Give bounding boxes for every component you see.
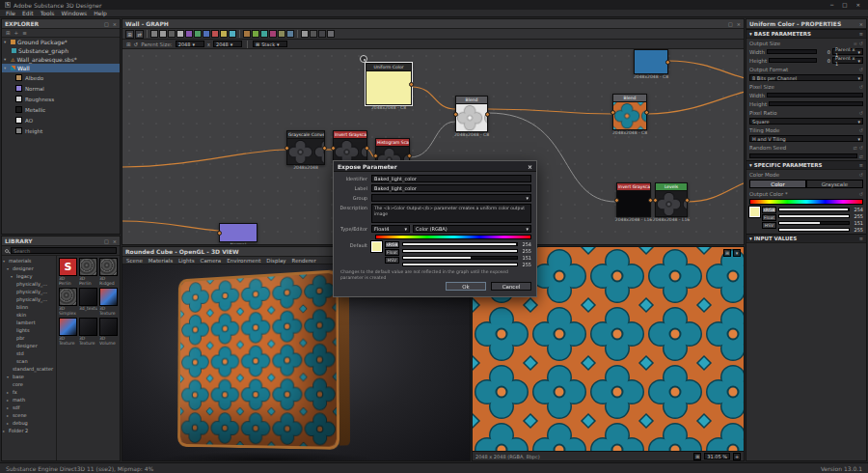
blue-slider[interactable] bbox=[778, 221, 850, 225]
output-connector[interactable] bbox=[322, 146, 327, 151]
library-tree-item[interactable]: core bbox=[2, 380, 56, 388]
output-connector[interactable] bbox=[485, 112, 490, 117]
section-menu-icon[interactable] bbox=[859, 31, 863, 37]
library-tree-item[interactable]: physically_... bbox=[2, 295, 56, 303]
library-tree-item[interactable]: math bbox=[2, 396, 56, 403]
library-item[interactable]: 3d_texture bbox=[79, 288, 97, 316]
menu-edit[interactable]: Edit bbox=[22, 10, 34, 16]
library-tree-item[interactable]: skin bbox=[2, 311, 56, 319]
section-specific-parameters[interactable]: SPECIFIC PARAMETERS bbox=[746, 160, 866, 170]
library-tree-item[interactable]: lights bbox=[2, 326, 56, 334]
reset-icon[interactable] bbox=[859, 41, 863, 46]
tree-item-wall[interactable]: Wall bbox=[2, 64, 120, 72]
node-normal[interactable]: Normal bbox=[219, 223, 258, 242]
menu-renderer[interactable]: Renderer bbox=[292, 258, 316, 264]
shuffle-icon[interactable] bbox=[854, 145, 857, 151]
node-palette-icon[interactable] bbox=[211, 30, 219, 38]
node-color[interactable]: 2048x2048 - C8 bbox=[634, 49, 668, 74]
identifier-input[interactable]: Baked_light_color bbox=[371, 175, 531, 182]
output-format-select[interactable]: 8 Bits per Channel bbox=[749, 74, 863, 81]
add-icon[interactable] bbox=[14, 30, 19, 36]
label-input[interactable]: Baked_light_color bbox=[371, 184, 531, 192]
view-options-icon[interactable] bbox=[733, 249, 741, 257]
library-tree-item[interactable]: designer bbox=[2, 264, 56, 272]
library-item[interactable]: 3D Volume Mask bbox=[99, 318, 118, 346]
node-palette-icon[interactable] bbox=[159, 30, 167, 38]
srgb-button[interactable]: sRGB bbox=[762, 207, 776, 213]
hue-gradient-strip[interactable] bbox=[749, 199, 863, 205]
close-panel-icon[interactable] bbox=[113, 21, 117, 27]
section-menu-icon[interactable] bbox=[859, 236, 863, 241]
refresh-icon[interactable] bbox=[134, 42, 139, 47]
reset-icon[interactable] bbox=[859, 110, 863, 116]
parent-height-select[interactable]: 2048 bbox=[213, 41, 242, 47]
library-tree-item[interactable]: sdf bbox=[2, 403, 56, 411]
library-tree-item[interactable]: base bbox=[2, 373, 56, 380]
width-slider[interactable] bbox=[767, 49, 817, 54]
menu-display[interactable]: Display bbox=[266, 258, 285, 264]
library-tree-item[interactable]: Folder 2 bbox=[2, 427, 56, 434]
height-slider[interactable] bbox=[769, 58, 817, 63]
output-item-metallic[interactable]: Metallic bbox=[2, 104, 120, 115]
close-button[interactable] bbox=[855, 2, 860, 8]
red-slider[interactable] bbox=[402, 242, 518, 246]
minimize-button[interactable] bbox=[830, 2, 833, 8]
library-tree-item[interactable]: fx bbox=[2, 388, 56, 396]
node-palette-icon[interactable] bbox=[243, 30, 251, 38]
library-tree-item[interactable]: scan bbox=[2, 357, 56, 365]
fit-view-icon[interactable] bbox=[693, 453, 701, 460]
input-connector[interactable] bbox=[331, 146, 336, 151]
reset-icon[interactable] bbox=[859, 191, 863, 197]
reset-icon[interactable] bbox=[859, 84, 863, 90]
input-connector[interactable] bbox=[453, 112, 458, 117]
pixel-height-slider[interactable] bbox=[769, 101, 863, 106]
new-package-icon[interactable] bbox=[6, 30, 11, 36]
float-panel-icon[interactable] bbox=[104, 238, 109, 244]
hsv-button[interactable]: HSV bbox=[385, 257, 399, 264]
shuffle-icon[interactable] bbox=[859, 153, 863, 159]
reset-icon[interactable] bbox=[859, 172, 863, 178]
close-panel-icon[interactable] bbox=[737, 21, 741, 27]
output-connector[interactable] bbox=[665, 60, 670, 65]
green-slider[interactable] bbox=[402, 249, 518, 253]
blue-slider[interactable] bbox=[402, 256, 518, 260]
output-item-normal[interactable]: Normal bbox=[2, 83, 120, 94]
node-palette-icon[interactable] bbox=[229, 30, 236, 38]
zoom-level[interactable]: 31.05 % bbox=[704, 453, 730, 459]
library-item[interactable]: 3D Ridged Noise bbox=[99, 258, 118, 286]
input-connector[interactable] bbox=[653, 198, 658, 203]
hsv-button[interactable]: HSV bbox=[762, 222, 776, 229]
red-slider[interactable] bbox=[778, 208, 850, 211]
node-palette-icon[interactable] bbox=[203, 30, 210, 38]
cancel-button[interactable]: Cancel bbox=[491, 282, 531, 291]
ok-button[interactable]: Ok bbox=[446, 282, 486, 291]
output-item-roughness[interactable]: Roughness bbox=[2, 94, 120, 104]
link-tool-icon[interactable] bbox=[135, 30, 144, 39]
section-menu-icon[interactable] bbox=[859, 162, 863, 168]
output-connector[interactable] bbox=[644, 110, 649, 115]
node-blend-2[interactable]: Blend 2048x2048 - C8 bbox=[612, 94, 647, 130]
filter-icon[interactable] bbox=[22, 30, 27, 36]
node-move-handle[interactable] bbox=[360, 55, 367, 63]
float-panel-icon[interactable] bbox=[104, 21, 109, 27]
parent-width-select[interactable]: 2048 bbox=[176, 41, 204, 47]
rounded-cube-mesh[interactable] bbox=[177, 269, 339, 450]
menu-lights[interactable]: Lights bbox=[178, 258, 195, 264]
color-mode-grayscale-button[interactable]: Grayscale bbox=[806, 180, 863, 188]
node-palette-icon[interactable] bbox=[220, 30, 228, 38]
height-relative-select[interactable]: Parent x 1 bbox=[832, 57, 863, 64]
node-palette-icon[interactable] bbox=[194, 30, 202, 38]
editor-select[interactable]: Color (RGBA) bbox=[413, 225, 531, 233]
output-item-albedo[interactable]: Albedo bbox=[2, 72, 120, 83]
reset-icon[interactable] bbox=[859, 67, 863, 72]
library-item[interactable]: 3D Perlin Noise bbox=[59, 258, 77, 286]
tree-item-file[interactable]: Wall_arabesque.sbs* bbox=[2, 55, 120, 64]
library-search-input[interactable] bbox=[11, 247, 117, 254]
node-palette-icon[interactable] bbox=[150, 30, 158, 38]
menu-help[interactable]: Help bbox=[94, 10, 107, 16]
hue-gradient-strip[interactable] bbox=[375, 235, 531, 239]
section-input-values[interactable]: INPUT VALUES bbox=[746, 234, 866, 243]
node-palette-icon[interactable] bbox=[185, 30, 193, 38]
dialog-close-icon[interactable] bbox=[528, 163, 532, 170]
node-palette-icon[interactable] bbox=[252, 30, 259, 38]
